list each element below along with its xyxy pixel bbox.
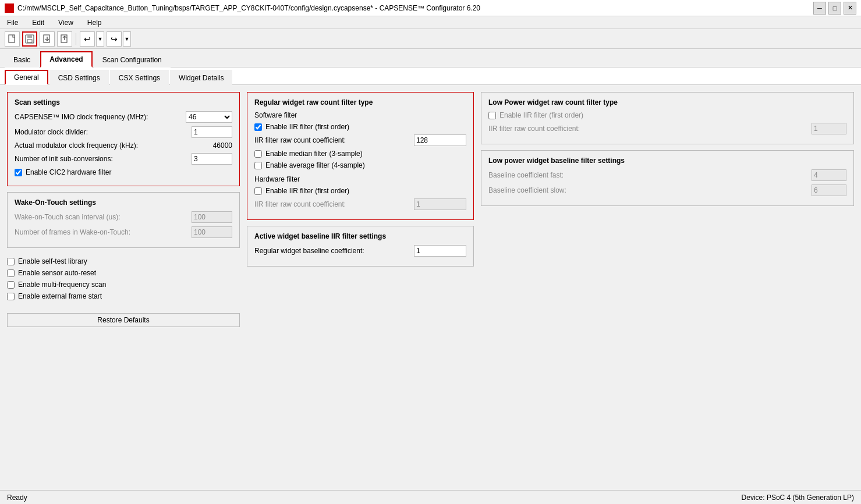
new-button[interactable] bbox=[5, 31, 20, 47]
toolbar-separator bbox=[76, 33, 76, 45]
tab-basic[interactable]: Basic bbox=[5, 51, 39, 68]
main-content: Scan settings CAPSENSE™ IMO clock freque… bbox=[0, 85, 861, 490]
low-power-baseline-title: Low power widget baseline filter setting… bbox=[488, 157, 846, 165]
baseline-fast-row: Baseline coefficient fast: bbox=[488, 169, 846, 181]
sw-iir-coeff-input[interactable] bbox=[414, 134, 466, 146]
hw-iir-coeff-label: IIR filter raw count coefficient: bbox=[254, 200, 410, 208]
baseline-fast-input bbox=[812, 169, 846, 181]
baseline-slow-label: Baseline coefficient slow: bbox=[488, 186, 808, 194]
baseline-slow-input bbox=[812, 184, 846, 196]
baseline-coeff-label: Regular widget baseline coefficient: bbox=[254, 247, 410, 255]
middle-column: Regular widget raw count filter type Sof… bbox=[247, 92, 474, 483]
import-button[interactable] bbox=[40, 31, 55, 47]
active-widget-baseline-section: Active widget baseline IIR filter settin… bbox=[247, 226, 474, 267]
mod-divider-label: Modulator clock divider: bbox=[15, 128, 188, 136]
average-enable-checkbox[interactable] bbox=[254, 162, 262, 169]
actual-mod-value: 46000 bbox=[213, 141, 232, 150]
menu-edit[interactable]: Edit bbox=[30, 17, 47, 28]
ext-frame-checkbox[interactable] bbox=[7, 293, 15, 300]
init-sub-input[interactable] bbox=[192, 153, 232, 165]
cic2-label: Enable CIC2 hardware filter bbox=[26, 168, 111, 176]
lp-iir-enable-checkbox[interactable] bbox=[488, 112, 496, 119]
status-bar: Ready Device: PSoC 4 (5th Generation LP) bbox=[0, 490, 861, 504]
sw-iir-enable-label: Enable IIR filter (first order) bbox=[265, 123, 349, 131]
cic2-checkbox[interactable] bbox=[15, 169, 22, 176]
active-widget-baseline-title: Active widget baseline IIR filter settin… bbox=[254, 232, 466, 240]
self-test-checkbox[interactable] bbox=[7, 258, 15, 265]
imo-label: CAPSENSE™ IMO clock frequency (MHz): bbox=[15, 113, 182, 121]
menu-file[interactable]: File bbox=[5, 17, 20, 28]
export-button[interactable] bbox=[57, 31, 72, 47]
self-test-label: Enable self-test library bbox=[18, 257, 87, 265]
low-power-raw-title: Low Power widget raw count filter type bbox=[488, 98, 846, 107]
title-bar: C:/mtw/MSCLP_Self_Capacitance_Button_Tun… bbox=[0, 0, 861, 16]
tab-csd-settings[interactable]: CSD Settings bbox=[49, 70, 109, 85]
top-tab-bar: Basic Advanced Scan Configuration bbox=[0, 49, 861, 68]
menu-bar: File Edit View Help bbox=[0, 16, 861, 29]
wot-scan-interval-row: Wake-on-Touch scan interval (us): bbox=[15, 211, 232, 223]
menu-help[interactable]: Help bbox=[85, 17, 104, 28]
undo-dropdown[interactable]: ▼ bbox=[96, 31, 104, 47]
lp-iir-coeff-label: IIR filter raw count coefficient: bbox=[488, 125, 808, 133]
sw-iir-coeff-label: IIR filter raw count coefficient: bbox=[254, 136, 410, 144]
svg-rect-4 bbox=[44, 35, 49, 42]
hardware-filter-title: Hardware filter bbox=[254, 175, 466, 183]
low-power-baseline-section: Low power widget baseline filter setting… bbox=[481, 150, 854, 206]
init-sub-label: Number of init sub-conversions: bbox=[15, 155, 188, 163]
sensor-autoreset-checkbox[interactable] bbox=[7, 269, 15, 277]
minimize-button[interactable]: ─ bbox=[813, 2, 826, 15]
sw-iir-enable-checkbox[interactable] bbox=[254, 123, 262, 131]
hw-iir-enable-checkbox[interactable] bbox=[254, 187, 262, 195]
imo-select[interactable]: 46 48 bbox=[186, 111, 232, 123]
maximize-button[interactable]: □ bbox=[828, 2, 841, 15]
redo-dropdown[interactable]: ▼ bbox=[123, 31, 131, 47]
tab-csx-settings[interactable]: CSX Settings bbox=[110, 70, 169, 85]
menu-view[interactable]: View bbox=[56, 17, 76, 28]
sw-iir-coeff-row: IIR filter raw count coefficient: bbox=[254, 134, 466, 146]
tab-widget-details[interactable]: Widget Details bbox=[170, 70, 232, 85]
average-enable-label: Enable average filter (4-sample) bbox=[265, 161, 365, 169]
software-filter-title: Software filter bbox=[254, 111, 466, 119]
tab-scan-configuration[interactable]: Scan Configuration bbox=[94, 51, 171, 68]
svg-rect-3 bbox=[27, 40, 32, 42]
save-copy-button[interactable] bbox=[22, 31, 37, 47]
hw-iir-coeff-row: IIR filter raw count coefficient: bbox=[254, 198, 466, 210]
tab-advanced[interactable]: Advanced bbox=[40, 51, 92, 68]
close-button[interactable]: ✕ bbox=[844, 2, 856, 15]
wake-on-touch-title: Wake-On-Touch settings bbox=[15, 198, 232, 207]
hw-iir-coeff-input bbox=[414, 198, 466, 210]
app-icon bbox=[5, 3, 14, 13]
sensor-autoreset-label: Enable sensor auto-reset bbox=[18, 269, 96, 277]
baseline-fast-label: Baseline coefficient fast: bbox=[488, 171, 808, 179]
sw-iir-enable-row: Enable IIR filter (first order) bbox=[254, 123, 466, 131]
lp-iir-enable-row: Enable IIR filter (first order) bbox=[488, 111, 846, 119]
undo-button[interactable]: ↩ bbox=[80, 31, 95, 47]
mod-divider-row: Modulator clock divider: bbox=[15, 126, 232, 138]
lp-iir-coeff-input bbox=[812, 123, 846, 134]
sub-tab-bar: General CSD Settings CSX Settings Widget… bbox=[0, 68, 861, 85]
multi-freq-checkbox[interactable] bbox=[7, 281, 15, 289]
misc-checkboxes-section: Enable self-test library Enable sensor a… bbox=[7, 254, 240, 304]
left-column: Scan settings CAPSENSE™ IMO clock freque… bbox=[7, 92, 240, 483]
restore-defaults-button[interactable]: Restore Defaults bbox=[7, 313, 240, 327]
mod-divider-input[interactable] bbox=[192, 126, 232, 138]
redo-group: ↪ ▼ bbox=[107, 31, 131, 47]
sensor-autoreset-row: Enable sensor auto-reset bbox=[7, 269, 240, 277]
multi-freq-row: Enable multi-frequency scan bbox=[7, 281, 240, 289]
low-power-raw-section: Low Power widget raw count filter type E… bbox=[481, 92, 854, 144]
wot-num-frames-input bbox=[192, 226, 232, 238]
imo-row: CAPSENSE™ IMO clock frequency (MHz): 46 … bbox=[15, 111, 232, 123]
tab-general[interactable]: General bbox=[5, 70, 48, 85]
lp-iir-coeff-row: IIR filter raw count coefficient: bbox=[488, 123, 846, 134]
median-enable-row: Enable median filter (3-sample) bbox=[254, 150, 466, 158]
toolbar: ↩ ▼ ↪ ▼ bbox=[0, 29, 861, 49]
wot-scan-interval-label: Wake-on-Touch scan interval (us): bbox=[15, 213, 188, 221]
scan-settings-title: Scan settings bbox=[15, 98, 232, 107]
redo-button[interactable]: ↪ bbox=[107, 31, 122, 47]
baseline-coeff-input[interactable] bbox=[414, 245, 466, 257]
self-test-row: Enable self-test library bbox=[7, 257, 240, 265]
average-enable-row: Enable average filter (4-sample) bbox=[254, 161, 466, 169]
ext-frame-label: Enable external frame start bbox=[18, 292, 102, 300]
median-enable-checkbox[interactable] bbox=[254, 150, 262, 158]
scan-settings-section: Scan settings CAPSENSE™ IMO clock freque… bbox=[7, 92, 240, 186]
